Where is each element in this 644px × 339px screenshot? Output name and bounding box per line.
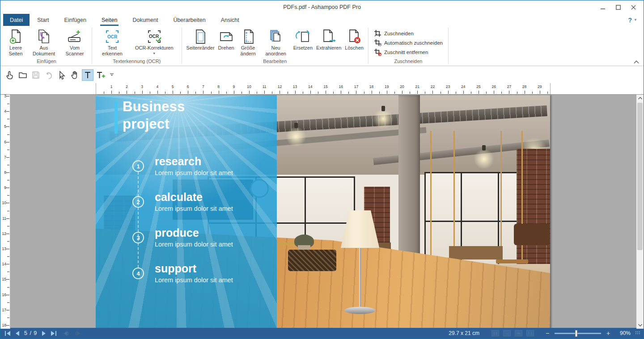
vertical-ruler: 3456789101112131415161718 [0,95,10,329]
first-page-button[interactable] [5,331,11,336]
crop-remove-icon [374,48,381,56]
maximize-button[interactable] [610,0,626,14]
svg-text:OCR: OCR [149,34,159,39]
ruler-number: 8 [1,170,6,175]
scroll-down-icon[interactable] [636,322,644,329]
ribbon-separator [368,28,369,64]
drehen-button[interactable]: Drehen [216,27,236,51]
ruler-number: 21 [415,84,419,89]
groesse-aendern-button[interactable]: Größe ändern [236,27,260,57]
ruler-number: 9 [233,84,235,89]
help-button[interactable]: ? ▼ [628,14,644,26]
neu-anordnen-button[interactable]: Neu anordnen [260,27,292,57]
text-tool[interactable] [82,69,93,81]
ruler-number: 6 [187,84,189,89]
ruler-tick [402,91,402,94]
ruler-tick [7,104,9,104]
crop-auto-icon: A [374,39,381,46]
seitenraender-button[interactable]: Seitenränder [185,27,216,51]
ruler-tick [547,92,548,94]
ruler-tick [111,91,112,94]
ruler-tick [410,92,410,94]
automatisch-zuschneiden-button[interactable]: A Automatisch zuschneiden [374,39,443,46]
ruler-tick [6,295,9,295]
aus-dokument-button[interactable]: Aus Dokument [27,27,60,57]
ruler-tick [272,92,272,94]
cursor-select-tool[interactable] [56,69,68,81]
item-number-badge: 1 [132,160,144,172]
leere-seiten-button[interactable]: Leere Seiten [4,27,27,57]
collapse-ribbon-button[interactable] [634,60,639,64]
facing-pages-button[interactable]: ❘❘ [526,330,534,336]
ruler-number: 15 [1,277,6,281]
tab-start[interactable]: Start [30,14,56,26]
ocr-korrekturen-button[interactable]: OCR OCR-Korrekturen ▼ [133,27,175,55]
ruler-tick [264,91,265,94]
tab-ueberarbeiten[interactable]: Überarbeiten [165,14,213,26]
ruler-number: 16 [1,293,6,297]
previous-view-button[interactable] [64,331,70,336]
zoom-slider[interactable] [555,333,601,334]
finger-select-tool[interactable] [4,69,16,81]
ruler-number: 20 [400,84,404,89]
next-page-button[interactable] [42,331,46,336]
ruler-number: 23 [446,84,450,89]
fit-page-button[interactable]: ▭ [515,330,522,336]
resize-grip[interactable] [636,331,641,335]
ruler-tick [219,91,219,94]
scroll-up-icon[interactable] [636,95,644,102]
ruler-number: 11 [1,216,6,221]
ruler-number: 18 [1,323,6,327]
ruler-tick [387,91,387,94]
ruler-tick [6,188,9,188]
app-window: PDFs.pdf - Ashampoo PDF Pro Datei Start … [0,0,644,339]
fit-width-button[interactable]: ↔ [503,330,511,336]
tab-datei[interactable]: Datei [3,14,30,26]
vom-scanner-button[interactable]: Vom Scanner [60,27,89,57]
loeschen-button[interactable]: Löschen [343,27,365,51]
ribbon-separator [182,28,182,64]
next-view-button[interactable] [74,331,80,336]
delete-page-icon [346,28,362,45]
minimize-button[interactable] [595,0,610,14]
zoom-in-button[interactable]: + [605,330,611,337]
scrollbar-thumb[interactable] [637,103,643,250]
tab-dokument[interactable]: Dokument [125,14,165,26]
zoom-slider-thumb[interactable] [575,330,577,337]
ruler-tick [242,92,242,94]
zuschnitt-entfernen-button[interactable]: Zuschnitt entfernen [374,48,443,56]
zuschneiden-button[interactable]: Zuschneiden [374,29,443,37]
crop-icon [374,29,381,37]
ruler-tick [257,92,257,94]
ruler-number: 18 [369,84,373,89]
tab-ansicht[interactable]: Ansicht [213,14,247,26]
ruler-tick [211,92,212,94]
previous-page-button[interactable] [15,331,20,336]
ruler-tick [7,318,9,318]
more-tools-button[interactable] [108,69,116,81]
tab-einfuegen[interactable]: Einfügen [57,14,94,26]
tab-seiten[interactable]: Seiten [94,14,125,26]
vertical-scrollbar[interactable] [636,95,644,329]
close-button[interactable] [626,0,641,14]
open-file-button[interactable] [17,69,29,81]
ruler-number: 10 [247,84,251,89]
extrahieren-button[interactable]: Extrahieren [314,27,343,51]
page-indicator: 5 / 9 [24,330,37,336]
last-page-button[interactable] [51,331,56,336]
ruler-tick [303,92,303,94]
ruler-tick [425,92,425,94]
actual-size-button[interactable]: 1:1 [491,330,499,336]
ruler-tick [165,92,165,94]
pan-hand-tool[interactable] [69,69,80,81]
ersetzen-button[interactable]: Ersetzen [292,27,314,51]
ruler-tick [333,92,334,94]
ruler-tick [6,310,9,310]
zoom-out-button[interactable]: − [544,330,551,337]
undo-button[interactable] [43,69,55,81]
ruler-row: 1234567891011121314151617181920212223242… [0,83,644,94]
pdf-page[interactable]: Business project 1 research Lorem ipsum … [96,95,550,329]
text-erkennen-button[interactable]: OCR Text erkennen [98,27,126,57]
save-button[interactable] [30,69,42,81]
add-text-tool[interactable] [95,69,106,81]
